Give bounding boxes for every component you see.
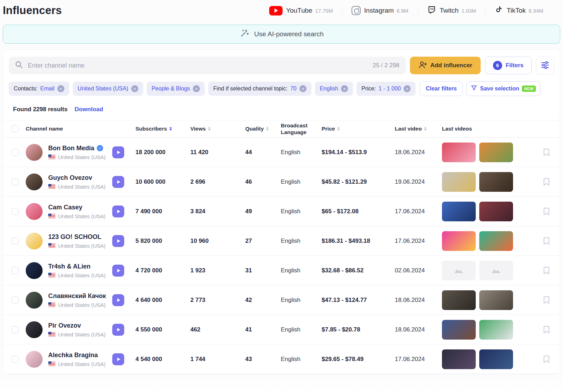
column-header-views[interactable]: Views [190,125,245,132]
youtube-channel-link[interactable] [112,353,124,365]
row-checkbox[interactable] [12,297,19,304]
quality-value: 46 [245,178,281,185]
select-all-checkbox[interactable] [12,125,19,132]
channel-avatar[interactable] [26,292,43,309]
video-thumbnail[interactable] [479,290,513,310]
bookmark-icon[interactable] [543,296,550,304]
remove-filter-icon[interactable]: × [193,85,200,92]
channel-avatar[interactable] [26,203,43,220]
language-value: English [281,178,322,185]
channel-avatar[interactable] [26,321,43,338]
youtube-channel-link[interactable] [112,206,124,217]
remove-filter-icon[interactable]: × [131,85,138,92]
channel-name[interactable]: Pir Ovezov [48,322,81,329]
filter-chip-topic[interactable]: Find if selected channel topic: 70 × [208,82,311,96]
channel-name[interactable]: Guych Ovezov [48,174,92,182]
us-flag-icon [48,214,56,219]
video-thumbnail[interactable] [442,290,476,310]
channel-name[interactable]: Славянский Качок [48,292,106,300]
clear-filters-button[interactable]: Clear filters [420,81,463,96]
platform-tab-instagram[interactable]: Instagram 6.9M [342,6,418,15]
youtube-channel-link[interactable] [112,235,124,247]
video-thumbnail[interactable] [479,349,513,369]
video-thumbnail[interactable] [442,143,476,162]
video-thumbnail[interactable] [479,172,513,192]
channel-name[interactable]: Cam Casey [48,204,82,211]
sort-icon[interactable] [337,127,340,131]
filter-chip-price[interactable]: Price: 1 - 1 000 × [356,82,416,96]
video-thumbnail[interactable] [442,320,476,340]
video-thumbnail[interactable] [442,172,476,192]
video-thumbnail[interactable] [442,231,476,251]
sort-icon[interactable] [208,127,211,131]
tiktok-icon [495,5,503,16]
row-checkbox[interactable] [12,238,19,245]
platform-tab-youtube[interactable]: YouTube 17.75M [260,6,342,15]
youtube-channel-link[interactable] [112,324,124,336]
bookmark-icon[interactable] [543,237,550,245]
sort-icon[interactable] [266,127,269,131]
channel-avatar[interactable] [26,173,43,190]
filter-chip-contacts[interactable]: Contacts: Email × [9,82,69,96]
video-thumbnail[interactable] [479,231,513,251]
add-influencer-button[interactable]: Add influencer [410,57,481,74]
ai-search-banner[interactable]: Use AI-powered search [3,25,560,44]
channel-avatar[interactable] [26,233,43,249]
video-thumbnail[interactable] [442,261,476,280]
price-value: $45.82 - $121.29 [322,178,395,185]
video-thumbnail[interactable] [442,349,476,369]
channel-avatar[interactable] [26,351,43,368]
play-icon [117,328,120,331]
bookmark-icon[interactable] [543,148,550,157]
video-thumbnail[interactable] [479,320,513,340]
bookmark-icon[interactable] [543,355,550,363]
download-link[interactable]: Download [75,106,103,113]
column-header-last-video[interactable]: Last video [395,125,442,132]
bookmark-icon[interactable] [543,178,550,186]
video-thumbnail[interactable] [442,202,476,221]
bookmark-icon[interactable] [543,207,550,216]
video-thumbnail[interactable] [479,202,513,221]
channel-name[interactable]: 123 GO! SCHOOL [48,233,101,241]
sort-icon[interactable] [169,127,172,131]
row-checkbox[interactable] [12,267,19,274]
image-placeholder-icon [454,267,464,274]
channel-avatar[interactable] [26,262,43,279]
youtube-channel-link[interactable] [112,265,124,277]
channel-name[interactable]: Tr4sh & ALien [48,263,90,270]
youtube-channel-link[interactable] [112,176,124,188]
row-checkbox[interactable] [12,326,19,333]
filter-settings-button[interactable] [536,57,554,74]
column-header-price[interactable]: Price [322,125,395,132]
search-input[interactable] [28,62,368,69]
platform-tab-twitch[interactable]: Twitch 1.03M [418,5,486,16]
filters-button[interactable]: 6 Filters [485,57,532,74]
video-thumbnail[interactable] [479,261,513,280]
channel-name[interactable]: Alechka Bragina [48,352,98,359]
row-checkbox[interactable] [12,178,19,185]
bookmark-icon[interactable] [543,266,550,275]
remove-filter-icon[interactable]: × [404,85,411,92]
video-thumbnail[interactable] [479,143,513,162]
channel-name[interactable]: Bon Bon Media [48,145,94,152]
filter-chip-language[interactable]: English × [315,82,353,96]
youtube-channel-link[interactable] [112,146,124,158]
youtube-channel-link[interactable] [112,294,124,306]
column-header-quality[interactable]: Quality [245,125,281,132]
row-checkbox[interactable] [12,356,19,363]
channel-avatar[interactable] [26,144,43,161]
quality-value: 31 [245,267,281,274]
filter-chip-category[interactable]: People & Blogs × [147,82,205,96]
save-selection-button[interactable]: Save selection NEW [466,81,540,96]
remove-filter-icon[interactable]: × [299,85,306,92]
bookmark-icon[interactable] [543,325,550,334]
sort-icon[interactable] [424,127,427,131]
column-header-subscribers[interactable]: Subscribers [135,125,190,132]
platform-tab-tiktok[interactable]: TikTok 6.34M [485,5,552,16]
row-checkbox[interactable] [12,208,19,215]
filter-chip-country[interactable]: United States (USA) × [73,82,143,96]
row-checkbox[interactable] [12,149,19,156]
remove-filter-icon[interactable]: × [57,85,64,92]
remove-filter-icon[interactable]: × [341,85,348,92]
search-box[interactable]: 25 / 2 298 [9,57,406,74]
